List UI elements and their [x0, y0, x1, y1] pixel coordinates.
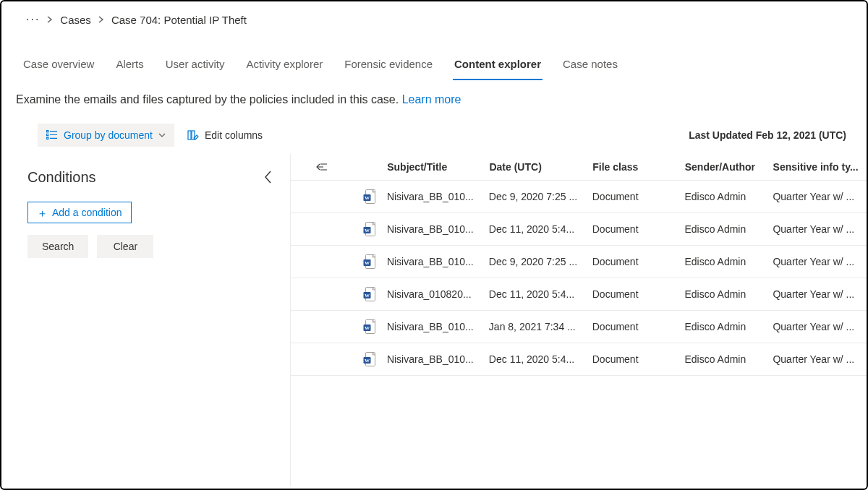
word-document-icon: W — [352, 222, 386, 236]
cell-sensitive-info: Quarter Year w/ ... — [773, 223, 867, 235]
tab-case-overview[interactable]: Case overview — [22, 53, 95, 80]
svg-text:W: W — [365, 228, 370, 233]
conditions-panel: Conditions ＋ Add a condition Search Clea… — [1, 154, 291, 486]
cell-file-class: Document — [592, 288, 685, 300]
cell-sender: Edisco Admin — [684, 321, 773, 332]
table-row[interactable]: WNisivara_BB_010...Dec 9, 2020 7:25 ...D… — [291, 181, 867, 213]
cell-file-class: Document — [592, 321, 685, 332]
header-sensitive-info[interactable]: Sensitive info ty... — [773, 161, 867, 173]
search-button[interactable]: Search — [27, 235, 88, 258]
cell-date: Dec 9, 2020 7:25 ... — [489, 256, 592, 267]
svg-rect-4 — [47, 137, 48, 139]
edit-columns-label: Edit columns — [205, 129, 263, 141]
word-document-icon: W — [352, 319, 386, 334]
cell-sender: Edisco Admin — [684, 223, 773, 235]
tab-bar: Case overviewAlertsUser activityActivity… — [1, 32, 867, 80]
page-description: Examine the emails and files captured by… — [1, 80, 867, 113]
cell-sensitive-info: Quarter Year w/ ... — [773, 353, 867, 365]
cell-file-class: Document — [592, 191, 685, 202]
last-updated-text: Last Updated Feb 12, 2021 (UTC) — [689, 129, 851, 141]
svg-text:W: W — [365, 260, 370, 266]
breadcrumb-current: Case 704: Potential IP Theft — [111, 14, 247, 26]
clear-button[interactable]: Clear — [97, 235, 153, 258]
tab-case-notes[interactable]: Case notes — [561, 53, 619, 80]
cell-file-class: Document — [592, 353, 685, 365]
word-document-icon: W — [352, 254, 386, 269]
breadcrumb-cases[interactable]: Cases — [60, 14, 91, 26]
cell-subject: Nisivara_BB_010... — [387, 321, 489, 332]
tab-alerts[interactable]: Alerts — [114, 53, 145, 80]
svg-rect-6 — [188, 131, 191, 139]
cell-sender: Edisco Admin — [684, 256, 773, 267]
word-document-icon: W — [352, 189, 386, 204]
edit-columns-button[interactable]: Edit columns — [184, 124, 265, 147]
cell-sender: Edisco Admin — [684, 191, 773, 202]
tab-content-explorer[interactable]: Content explorer — [453, 53, 542, 80]
cell-file-class: Document — [592, 223, 685, 235]
cell-subject: Nisivara_010820... — [387, 288, 489, 300]
add-condition-label: Add a condition — [52, 207, 122, 218]
table-row[interactable]: WNisivara_010820...Dec 11, 2020 5:4...Do… — [291, 278, 867, 311]
table-row[interactable]: WNisivara_BB_010...Dec 9, 2020 7:25 ...D… — [291, 246, 867, 278]
cell-subject: Nisivara_BB_010... — [387, 223, 489, 235]
cell-sensitive-info: Quarter Year w/ ... — [773, 191, 867, 202]
chevron-right-icon — [98, 16, 104, 23]
cell-subject: Nisivara_BB_010... — [387, 191, 489, 202]
svg-rect-0 — [47, 131, 48, 132]
cell-sensitive-info: Quarter Year w/ ... — [773, 321, 867, 332]
breadcrumb: ··· Cases Case 704: Potential IP Theft — [1, 1, 867, 32]
header-date[interactable]: Date (UTC) — [489, 161, 592, 173]
tab-user-activity[interactable]: User activity — [164, 53, 226, 80]
plus-icon: ＋ — [37, 207, 48, 218]
table-row[interactable]: WNisivara_BB_010...Dec 11, 2020 5:4...Do… — [291, 343, 867, 376]
tab-forensic-evidence[interactable]: Forensic evidence — [343, 53, 434, 80]
svg-text:W: W — [365, 358, 370, 364]
collapse-panel-button[interactable] — [260, 166, 277, 189]
cell-sender: Edisco Admin — [684, 353, 773, 365]
svg-text:W: W — [365, 293, 370, 298]
header-sender[interactable]: Sender/Author — [685, 161, 773, 173]
word-document-icon: W — [352, 352, 386, 366]
cell-date: Jan 8, 2021 7:34 ... — [489, 321, 592, 332]
table-row[interactable]: WNisivara_BB_010...Dec 11, 2020 5:4...Do… — [291, 213, 867, 246]
table-header-row: Subject/Title Date (UTC) File class Send… — [291, 154, 867, 181]
cell-date: Dec 11, 2020 5:4... — [489, 353, 592, 365]
svg-text:W: W — [365, 195, 370, 201]
cell-date: Dec 11, 2020 5:4... — [489, 288, 592, 300]
group-by-label: Group by document — [64, 129, 153, 141]
cell-date: Dec 11, 2020 5:4... — [489, 223, 592, 235]
cell-subject: Nisivara_BB_010... — [387, 353, 489, 365]
header-file-class[interactable]: File class — [592, 161, 685, 173]
chevron-right-icon — [47, 16, 53, 23]
header-subject[interactable]: Subject/Title — [387, 161, 489, 173]
cell-date: Dec 9, 2020 7:25 ... — [489, 191, 592, 202]
cell-sensitive-info: Quarter Year w/ ... — [773, 256, 867, 267]
group-by-dropdown[interactable]: Group by document — [38, 124, 174, 147]
list-icon — [46, 130, 58, 140]
results-table: Subject/Title Date (UTC) File class Send… — [291, 154, 867, 486]
toolbar: Group by document Edit columns Last Upda… — [1, 113, 867, 154]
columns-icon — [187, 130, 199, 140]
breadcrumb-overflow[interactable]: ··· — [26, 13, 40, 26]
collapse-column-header[interactable] — [291, 163, 353, 171]
add-condition-button[interactable]: ＋ Add a condition — [27, 202, 132, 223]
tab-activity-explorer[interactable]: Activity explorer — [244, 53, 324, 80]
svg-text:W: W — [365, 325, 370, 331]
description-text: Examine the emails and files captured by… — [16, 93, 402, 106]
cell-sender: Edisco Admin — [684, 288, 773, 300]
learn-more-link[interactable]: Learn more — [402, 93, 461, 106]
cell-subject: Nisivara_BB_010... — [387, 256, 489, 267]
svg-rect-2 — [47, 134, 48, 135]
conditions-title: Conditions — [27, 169, 96, 186]
cell-sensitive-info: Quarter Year w/ ... — [773, 288, 867, 300]
table-row[interactable]: WNisivara_BB_010...Jan 8, 2021 7:34 ...D… — [291, 311, 867, 343]
cell-file-class: Document — [592, 256, 685, 267]
chevron-down-icon — [158, 133, 166, 137]
word-document-icon: W — [352, 287, 386, 301]
